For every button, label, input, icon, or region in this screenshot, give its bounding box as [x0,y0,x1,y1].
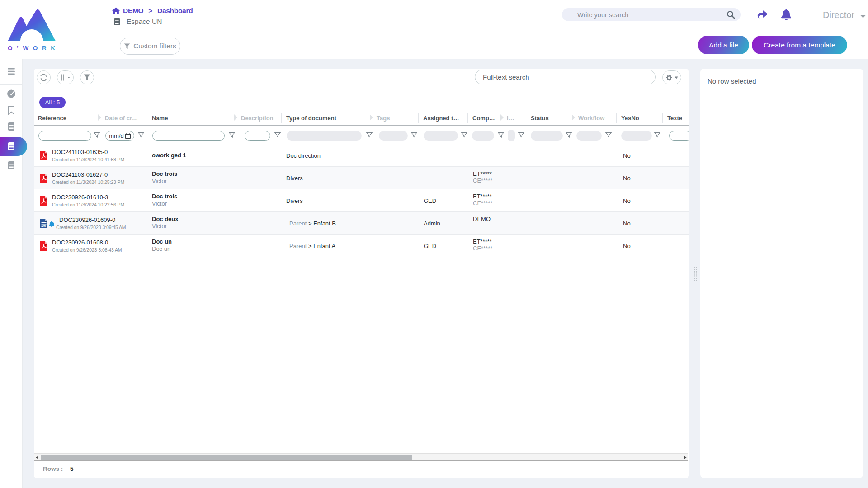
svg-text:w: w [43,225,46,228]
svg-text:O’WORK: O’WORK [8,45,57,51]
